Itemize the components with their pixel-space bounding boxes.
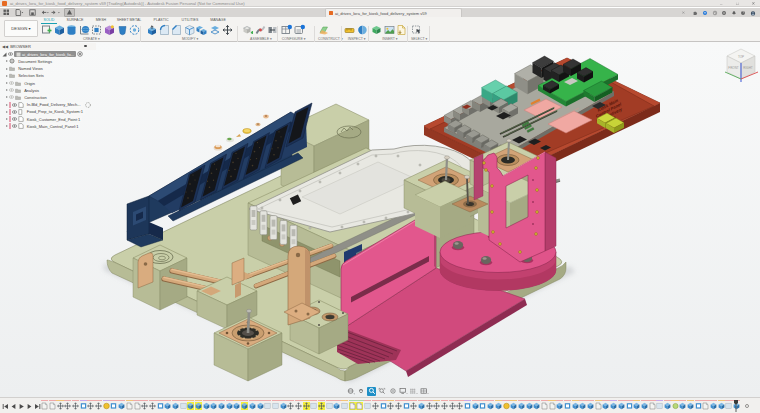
maximize-button[interactable]: □ — [736, 2, 739, 6]
ribbon-group-label[interactable]: INSPECT ▾ — [344, 37, 369, 41]
data-panel-icon[interactable] — [2, 8, 11, 17]
ribbon-group-label[interactable]: SELECT ▾ — [411, 37, 424, 41]
timeline-feature-feature-light[interactable] — [310, 399, 318, 413]
ribbon-tab-manage[interactable]: MANAGE — [198, 17, 238, 23]
timeline-feature-plane[interactable] — [479, 399, 487, 413]
save-icon[interactable] — [28, 8, 37, 17]
timeline-step-forward-button[interactable] — [26, 402, 33, 411]
timeline-feature-sketch[interactable] — [133, 399, 141, 413]
ribbon-group-label[interactable]: INSERT ▾ — [371, 37, 409, 41]
timeline-feature-feature-box[interactable] — [533, 399, 541, 413]
timeline-feature-feature-box[interactable] — [587, 399, 595, 413]
navbar-viewports-button[interactable] — [420, 387, 429, 396]
timeline-feature-feature-light[interactable] — [341, 399, 349, 413]
timeline-feature-feature-box[interactable] — [202, 399, 210, 413]
timeline-feature-feature-box[interactable] — [710, 399, 718, 413]
timeline-feature-feature-box[interactable] — [664, 399, 672, 413]
timeline-playhead[interactable] — [733, 399, 739, 413]
tool-sketch-icon[interactable] — [41, 24, 52, 36]
expand-icon[interactable] — [6, 96, 8, 98]
timeline-feature-move[interactable] — [287, 399, 295, 413]
timeline-feature-feature-box[interactable] — [226, 399, 234, 413]
timeline-feature-feature-light[interactable] — [264, 399, 272, 413]
timeline-feature-move[interactable] — [302, 399, 310, 413]
timeline-feature-sketch[interactable] — [356, 399, 364, 413]
expand-icon[interactable] — [6, 111, 8, 113]
timeline-feature-feature-light[interactable] — [325, 399, 333, 413]
timeline-feature-plane[interactable] — [402, 399, 410, 413]
timeline-feature-move[interactable] — [95, 399, 103, 413]
timeline-feature-move[interactable] — [56, 399, 64, 413]
expand-icon[interactable] — [6, 125, 8, 127]
timeline-feature-move[interactable] — [448, 399, 456, 413]
browser-row-selection-sets[interactable]: Selection Sets — [6, 72, 46, 79]
tool-sphere-icon[interactable] — [79, 24, 90, 36]
expand-icon[interactable] — [6, 75, 8, 77]
help-icon[interactable]: ? — [741, 10, 746, 15]
tool-plane-icon[interactable] — [318, 24, 329, 36]
tool-measure-icon[interactable] — [344, 24, 355, 36]
tool-offsetface-icon[interactable] — [209, 24, 220, 36]
timeline-feature-feature-box[interactable] — [164, 399, 172, 413]
timeline-skip-start-button[interactable] — [2, 402, 9, 411]
tool-pattern-icon[interactable] — [91, 24, 102, 36]
browser-pin-icon[interactable] — [84, 45, 87, 48]
undo-icon[interactable] — [40, 8, 49, 17]
tab-close-icon[interactable]: ✕ — [679, 8, 687, 17]
browser-row-construction[interactable]: Construction — [6, 94, 49, 101]
navbar-zoom-button[interactable] — [367, 387, 376, 396]
timeline-skip-end-button[interactable] — [34, 402, 41, 411]
tool-form-icon[interactable] — [104, 24, 115, 36]
timeline-feature-g[interactable] — [671, 399, 679, 413]
timeline-feature-move[interactable] — [441, 399, 449, 413]
notifications-paused-icon[interactable] — [64, 8, 75, 17]
tool-move-icon[interactable] — [222, 24, 233, 36]
tool-select-icon[interactable] — [411, 24, 422, 36]
ribbon-group-label[interactable]: CONSTRUCT ▾ — [318, 37, 331, 41]
expand-icon[interactable] — [6, 60, 8, 62]
timeline-feature-sketch[interactable] — [41, 399, 49, 413]
viewcube[interactable]: TOP FRONT RIGHT — [722, 46, 760, 84]
tool-fillet-icon[interactable] — [159, 24, 170, 36]
timeline-feature-feature-box[interactable] — [633, 399, 641, 413]
tool-shell-icon[interactable] — [184, 24, 195, 36]
file-menu-icon[interactable] — [15, 8, 24, 17]
timeline-feature-feature-box[interactable] — [556, 399, 564, 413]
timeline-feature-feature-box[interactable] — [118, 399, 126, 413]
redo-icon[interactable] — [51, 8, 60, 17]
expand-icon[interactable] — [6, 104, 8, 106]
timeline-feature-plane[interactable] — [110, 399, 118, 413]
timeline-feature-feature-box[interactable] — [687, 399, 695, 413]
timeline-feature-feature-light[interactable] — [179, 399, 187, 413]
browser-header[interactable]: ◀◀ BROWSER — [0, 43, 96, 50]
close-button[interactable]: ✕ — [752, 2, 756, 6]
timeline-feature-move[interactable] — [395, 399, 403, 413]
browser-row-analysis[interactable]: Analysis — [6, 87, 41, 94]
timeline-feature-move[interactable] — [425, 399, 433, 413]
timeline-feature-sketch[interactable] — [126, 399, 134, 413]
timeline-feature-sketch[interactable] — [702, 399, 710, 413]
timeline-feature-feature-box[interactable] — [172, 399, 180, 413]
notifications-icon[interactable] — [731, 10, 736, 15]
tool-importdxf-icon[interactable] — [396, 24, 407, 36]
timeline-feature-sketch-circle[interactable] — [502, 399, 510, 413]
timeline-feature-feature-box[interactable] — [487, 399, 495, 413]
browser-row-kiosk-customer-end-point-1[interactable]: Kiosk_Customer_End_Point:1 — [6, 116, 82, 123]
timeline-feature-feature-box[interactable] — [679, 399, 687, 413]
browser-row-named-views[interactable]: Named Views — [6, 65, 45, 72]
timeline-feature-feature-box[interactable] — [495, 399, 503, 413]
ribbon-group-label[interactable]: MODIFY ▾ — [146, 37, 234, 41]
timeline-feature-feature-box[interactable] — [333, 399, 341, 413]
timeline-feature-sketch[interactable] — [548, 399, 556, 413]
updates-icon[interactable] — [722, 10, 727, 15]
tool-insertmesh-icon[interactable] — [371, 24, 382, 36]
tool-presspull-icon[interactable] — [146, 24, 157, 36]
tool-configtable-icon[interactable] — [281, 24, 292, 36]
timeline-feature-sketch[interactable] — [49, 399, 57, 413]
ground-icon[interactable] — [77, 51, 83, 57]
viewcube-front-label[interactable]: FRONT — [728, 66, 738, 70]
tool-combine-icon[interactable] — [196, 24, 207, 36]
ribbon-group-label[interactable]: CONFIGURE ▾ — [281, 37, 306, 41]
timeline-feature-move[interactable] — [295, 399, 303, 413]
timeline-feature-feature-box[interactable] — [195, 399, 203, 413]
